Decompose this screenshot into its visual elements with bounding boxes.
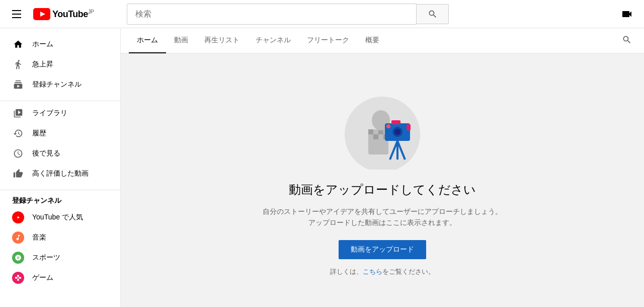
- sidebar-section-library: ライブラリ 履歴 後で見る 高く評価した動画: [0, 103, 120, 190]
- library-icon: [12, 107, 24, 119]
- header-left: YouTubeJP: [8, 6, 119, 22]
- logo-text: YouTubeJP: [52, 9, 94, 20]
- svg-rect-7: [373, 134, 378, 139]
- sidebar-item-sports[interactable]: スポーツ: [0, 248, 120, 268]
- sidebar-item-gaming[interactable]: ゲーム: [0, 268, 120, 288]
- tab-about[interactable]: 概要: [357, 28, 387, 53]
- trending-icon: [12, 58, 24, 70]
- header-right: [618, 5, 636, 23]
- logo-youtube-text: YouTube: [52, 9, 88, 19]
- search-button[interactable]: [417, 4, 449, 24]
- svg-point-13: [394, 129, 400, 135]
- sidebar-label-library: ライブラリ: [32, 109, 67, 118]
- tab-search-button[interactable]: [618, 31, 636, 50]
- tab-freetalk[interactable]: フリートーク: [299, 28, 357, 53]
- sidebar-label-home: ホーム: [32, 40, 53, 49]
- search-wrapper: [127, 4, 417, 25]
- upload-illustration: [332, 84, 433, 170]
- sidebar-item-library[interactable]: ライブラリ: [0, 103, 120, 123]
- header: YouTubeJP: [0, 0, 644, 28]
- sidebar: ホーム 急上昇 登録チャンネル ライブラリ: [0, 28, 121, 307]
- home-icon: [12, 38, 24, 50]
- upload-footer-link[interactable]: こちら: [363, 268, 382, 275]
- sports-channel-icon: [12, 252, 24, 264]
- upload-title: 動画をアップロードしてください: [289, 182, 476, 198]
- video-camera-icon: [621, 8, 633, 20]
- sidebar-item-watch-later[interactable]: 後で見る: [0, 143, 120, 164]
- svg-rect-18: [407, 124, 411, 130]
- sidebar-item-liked[interactable]: 高く評価した動画: [0, 164, 120, 184]
- upload-cta-button[interactable]: 動画をアップロード: [339, 240, 426, 259]
- menu-button[interactable]: [8, 6, 25, 22]
- logo[interactable]: YouTubeJP: [33, 8, 94, 20]
- main-content: ホーム 動画 再生リスト チャンネル フリートーク 概要: [121, 28, 644, 307]
- sidebar-item-history[interactable]: 履歴: [0, 123, 120, 143]
- upload-area: 動画をアップロードしてください 自分のストーリーやアイデアを共有してユーザーにア…: [121, 53, 644, 307]
- sidebar-section-subscriptions: 登録チャンネル YouTube で人気 音楽: [0, 192, 120, 294]
- tab-playlists[interactable]: 再生リスト: [196, 28, 248, 53]
- search-icon: [428, 9, 438, 19]
- sidebar-label-yt-popular: YouTube で人気: [32, 213, 83, 222]
- search-area: [127, 4, 449, 25]
- upload-footer: 詳しくは、こちらをご覧ください。: [330, 267, 435, 276]
- channel-tabs: ホーム 動画 再生リスト チャンネル フリートーク 概要: [121, 28, 644, 53]
- svg-point-19: [386, 124, 390, 128]
- sidebar-section-main: ホーム 急上昇 登録チャンネル: [0, 34, 120, 101]
- sidebar-label-subscriptions: 登録チャンネル: [32, 80, 82, 89]
- upload-header-button[interactable]: [618, 5, 636, 23]
- subscriptions-icon: [12, 79, 24, 91]
- sidebar-label-liked: 高く評価した動画: [32, 169, 89, 178]
- svg-rect-6: [368, 129, 373, 134]
- history-icon: [12, 127, 24, 139]
- sidebar-item-subscriptions[interactable]: 登録チャンネル: [0, 74, 120, 95]
- upload-footer-text: 詳しくは、: [330, 268, 363, 275]
- subscriptions-title: 登録チャンネル: [0, 192, 120, 207]
- liked-icon: [12, 168, 24, 180]
- sidebar-item-music[interactable]: 音楽: [0, 227, 120, 248]
- upload-desc-line1: 自分のストーリーやアイデアを共有してユーザーにアプローチしましょう。: [263, 206, 502, 217]
- tab-search-icon: [622, 35, 632, 45]
- tab-home[interactable]: ホーム: [129, 28, 166, 53]
- gaming-channel-icon: [12, 272, 24, 284]
- youtube-logo-icon: [33, 8, 50, 20]
- layout: ホーム 急上昇 登録チャンネル ライブラリ: [0, 28, 644, 307]
- sidebar-label-watch-later: 後で見る: [32, 149, 60, 158]
- sidebar-item-trending[interactable]: 急上昇: [0, 54, 120, 74]
- tab-videos[interactable]: 動画: [166, 28, 196, 53]
- sidebar-label-music: 音楽: [32, 233, 46, 242]
- logo-sup-text: JP: [88, 9, 94, 15]
- watch-later-icon: [12, 147, 24, 160]
- svg-rect-14: [391, 120, 400, 124]
- upload-footer-suffix: をご覧ください。: [382, 268, 435, 275]
- upload-description: 自分のストーリーやアイデアを共有してユーザーにアプローチしましょう。 アップロー…: [263, 206, 502, 228]
- sidebar-label-history: 履歴: [32, 129, 46, 138]
- sidebar-label-sports: スポーツ: [32, 253, 60, 262]
- sidebar-label-trending: 急上昇: [32, 60, 53, 69]
- sidebar-item-yt-popular[interactable]: YouTube で人気: [0, 207, 120, 227]
- sidebar-item-home[interactable]: ホーム: [0, 34, 120, 54]
- music-channel-icon: [12, 232, 24, 244]
- yt-popular-icon: [12, 211, 24, 223]
- upload-desc-line2: アップロードした動画はここに表示されます。: [263, 217, 502, 228]
- search-input[interactable]: [127, 4, 416, 24]
- tab-channels[interactable]: チャンネル: [248, 28, 299, 53]
- sidebar-label-gaming: ゲーム: [32, 273, 53, 282]
